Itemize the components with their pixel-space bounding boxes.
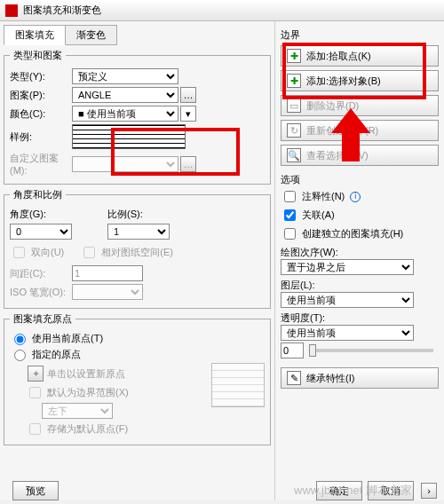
transparency-slider[interactable]	[309, 349, 433, 352]
sample-swatch[interactable]	[72, 124, 186, 149]
custom-select	[72, 156, 178, 172]
draworder-select[interactable]: 置于边界之后	[281, 259, 414, 275]
double-checkbox	[13, 247, 25, 258]
set-origin-icon: ✦	[28, 366, 44, 382]
title-bar: 图案填充和渐变色	[0, 0, 444, 21]
legend-origin: 图案填充原点	[10, 312, 75, 326]
group-angle-scale: 角度和比例 角度(G): 比例(S): 0 1 双向(U) 相对图纸空间(E) …	[4, 188, 271, 309]
help-icon[interactable]: i	[350, 192, 361, 202]
lbl-click-origin: 单击以设置新原点	[47, 367, 125, 381]
layer-select[interactable]: 使用当前项	[281, 292, 414, 308]
custom-browse-button: …	[180, 156, 196, 172]
annotative-checkbox[interactable]	[284, 191, 296, 202]
associative-checkbox[interactable]	[284, 209, 296, 221]
select-objects-icon: ✚	[287, 74, 301, 88]
pick-point-icon: ✚	[287, 49, 301, 63]
lbl-layer: 图层(L):	[281, 279, 439, 292]
legend-type: 类型和图案	[10, 49, 66, 62]
transparency-select[interactable]: 使用当前项	[281, 325, 414, 341]
tab-gradient[interactable]: 渐变色	[65, 25, 117, 45]
group-origin: 图案填充原点 使用当前原点(T) 指定的原点 ✦单击以设置新原点 默认为边界范围…	[4, 312, 271, 445]
lbl-type: 类型(Y):	[10, 70, 72, 83]
lbl-transparency: 透明度(T):	[281, 311, 439, 325]
scale-select[interactable]: 1	[107, 224, 170, 240]
lbl-pattern: 图案(P):	[10, 89, 72, 102]
window-title: 图案填充和渐变色	[23, 4, 101, 17]
recreate-boundary-icon: ↻	[287, 123, 301, 138]
bgcolor-button[interactable]: ▾	[180, 106, 196, 122]
right-panel: 边界 ✚添加:拾取点(K) ✚添加:选择对象(B) ▭删除边界(D) ↻重新创建…	[275, 21, 444, 500]
remove-boundary-icon: ▭	[287, 98, 301, 113]
origin-current-radio[interactable]	[14, 334, 26, 345]
add-pickpoints-button[interactable]: ✚添加:拾取点(K)	[281, 45, 439, 67]
origin-specified-radio[interactable]	[14, 350, 26, 361]
group-type-pattern: 类型和图案 类型(Y): 预定义 图案(P): ANGLE … 颜色(C): ■…	[4, 49, 271, 185]
lbl-sample: 样例:	[10, 130, 72, 144]
lbl-iso: ISO 笔宽(O):	[10, 286, 72, 299]
lbl-draworder: 绘图次序(W):	[281, 246, 439, 259]
options-title: 选项	[281, 173, 439, 186]
app-logo-icon	[5, 4, 18, 17]
store-origin-checkbox	[29, 423, 41, 435]
annotation-arrow-icon	[329, 108, 373, 161]
paperspace-checkbox	[83, 247, 95, 258]
lbl-color: 颜色(C):	[10, 107, 72, 121]
tab-hatch[interactable]: 图案填充	[4, 25, 66, 45]
view-selection-icon: 🔍	[287, 148, 301, 162]
lbl-angle: 角度(G):	[10, 208, 72, 221]
origin-preview	[211, 363, 265, 407]
lbl-gap: 间距(C):	[10, 267, 72, 280]
dialog-body: 图案填充 渐变色 类型和图案 类型(Y): 预定义 图案(P): ANGLE ……	[0, 21, 444, 500]
default-ext-checkbox	[29, 387, 41, 398]
angle-select[interactable]: 0	[10, 224, 72, 240]
lbl-scale: 比例(S):	[107, 208, 152, 221]
preview-button[interactable]: 预览	[12, 481, 59, 500]
type-select[interactable]: 预定义	[72, 68, 178, 84]
origin-pos-select: 左下	[42, 403, 113, 419]
gap-input	[72, 265, 143, 281]
add-select-objects-button[interactable]: ✚添加:选择对象(B)	[281, 70, 439, 91]
expand-button[interactable]: ›	[421, 483, 437, 499]
inherit-icon: ✎	[287, 371, 301, 385]
color-select[interactable]: ■ 使用当前项	[72, 106, 178, 122]
iso-select	[72, 284, 143, 300]
watermark: www.jb51.net 脚本之家	[294, 483, 412, 499]
pattern-browse-button[interactable]: …	[180, 87, 196, 103]
pattern-select[interactable]: ANGLE	[72, 87, 178, 103]
tabs: 图案填充 渐变色	[4, 25, 271, 45]
boundary-title: 边界	[281, 28, 439, 42]
lbl-custom: 自定义图案(M):	[10, 152, 72, 176]
transparency-value-input[interactable]	[281, 343, 304, 358]
inherit-props-button[interactable]: ✎继承特性(I)	[281, 367, 439, 389]
left-panel: 图案填充 渐变色 类型和图案 类型(Y): 预定义 图案(P): ANGLE ……	[0, 21, 275, 500]
legend-anglescale: 角度和比例	[10, 188, 66, 201]
independent-checkbox[interactable]	[284, 228, 296, 240]
